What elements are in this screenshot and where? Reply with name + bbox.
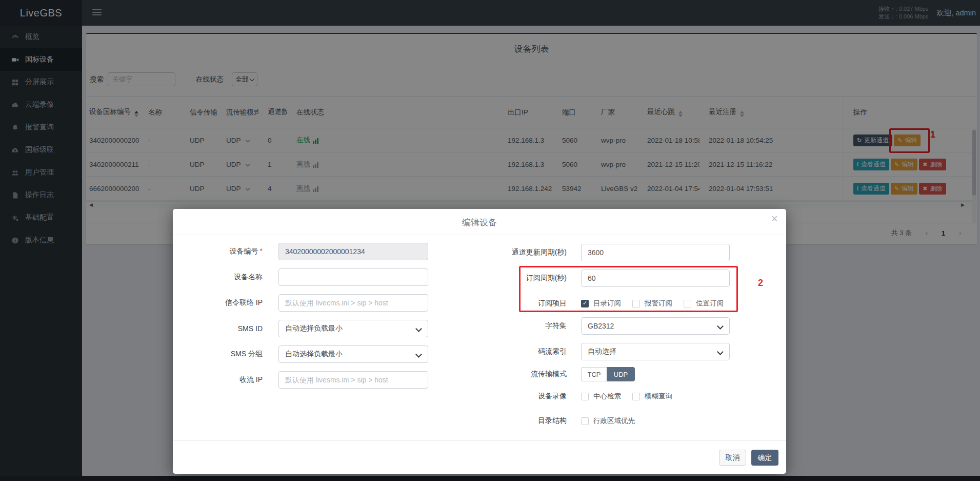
subscribe-period-field[interactable] <box>581 270 730 287</box>
subscribe-period-label: 订阅周期(秒) <box>188 274 567 283</box>
cancel-button[interactable]: 取消 <box>719 450 746 466</box>
checkbox-icon[interactable] <box>581 393 589 400</box>
checkbox-icon[interactable] <box>581 417 589 425</box>
checkbox-checked-icon[interactable] <box>581 300 589 307</box>
admin-region-option[interactable]: 行政区域优先 <box>581 416 635 426</box>
device-record-label: 设备录像 <box>188 392 567 401</box>
checkbox-icon[interactable] <box>632 300 640 307</box>
channel-refresh-label: 通道更新周期(秒) <box>188 248 567 257</box>
tcp-option[interactable]: TCP <box>581 367 607 381</box>
subscribe-items-label: 订阅项目 <box>188 299 567 308</box>
checkbox-icon[interactable] <box>632 393 640 400</box>
position-subscribe-option[interactable]: 位置订阅 <box>684 299 724 308</box>
confirm-button[interactable]: 确定 <box>751 450 778 466</box>
modal-title: 编辑设备 <box>173 217 786 228</box>
channel-refresh-field[interactable] <box>581 244 730 261</box>
close-icon[interactable]: × <box>771 213 778 225</box>
stream-index-select[interactable]: 自动选择 <box>581 343 730 360</box>
edit-device-modal: 编辑设备 × 设备编号* 设备名称 信令联络 IP SMS ID 自动选择负载最… <box>173 209 786 474</box>
annotation-number-2: 2 <box>758 278 763 288</box>
fuzzy-query-option[interactable]: 模糊查询 <box>632 392 672 401</box>
udp-option[interactable]: UDP <box>607 367 635 381</box>
modal-footer: 取消 确定 <box>173 440 786 474</box>
stream-index-label: 码流索引 <box>188 347 567 356</box>
checkbox-icon[interactable] <box>684 300 691 307</box>
catalog-subscribe-option[interactable]: 目录订阅 <box>581 299 621 308</box>
charset-label: 字符集 <box>188 321 567 331</box>
charset-select[interactable]: GB2312 <box>581 317 730 335</box>
dir-structure-label: 目录结构 <box>188 416 567 426</box>
alarm-subscribe-option[interactable]: 报警订阅 <box>632 299 672 308</box>
center-search-option[interactable]: 中心检索 <box>581 392 621 401</box>
stream-mode-label: 流传输模式 <box>188 370 567 379</box>
